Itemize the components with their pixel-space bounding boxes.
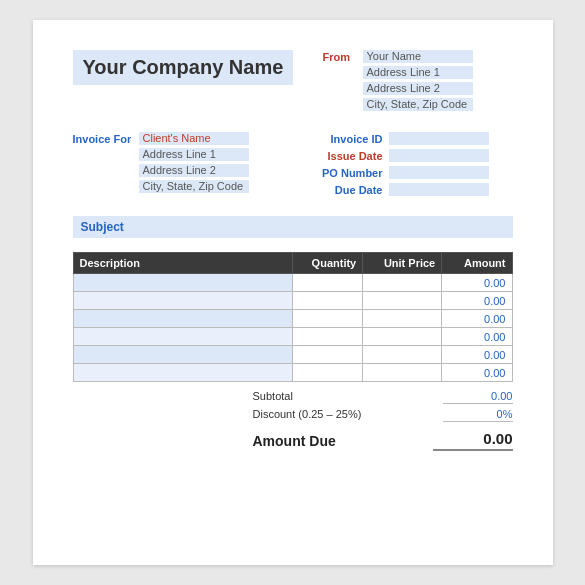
bill-to-section: Invoice For Client's Name Address Line 1… <box>73 132 273 200</box>
client-city-field[interactable]: City, State, Zip Code <box>139 180 249 193</box>
amount-due-label: Amount Due <box>253 433 336 449</box>
table-row[interactable]: 0.00 <box>73 364 512 382</box>
subject-label: Subject <box>81 220 124 234</box>
company-name[interactable]: Your Company Name <box>73 50 294 85</box>
cell-quantity[interactable] <box>293 364 363 382</box>
invoice-table: Description Quantity Unit Price Amount 0… <box>73 252 513 382</box>
cell-description[interactable] <box>73 292 293 310</box>
cell-amount: 0.00 <box>442 328 512 346</box>
cell-unit-price[interactable] <box>363 310 442 328</box>
amount-due-row: Amount Due 0.00 <box>253 430 513 451</box>
table-row[interactable]: 0.00 <box>73 346 512 364</box>
from-address1-field[interactable]: Address Line 1 <box>363 66 473 79</box>
subject-bar[interactable]: Subject <box>73 216 513 238</box>
cell-description[interactable] <box>73 328 293 346</box>
invoice-page: Your Company Name From Your Name Address… <box>33 20 553 565</box>
amount-due-value: 0.00 <box>433 430 513 451</box>
from-label: From <box>323 51 355 63</box>
invoice-id-field[interactable] <box>389 132 489 145</box>
invoice-for-label: Invoice For <box>73 133 133 145</box>
table-row[interactable]: 0.00 <box>73 328 512 346</box>
cell-description[interactable] <box>73 274 293 292</box>
client-address1-field[interactable]: Address Line 1 <box>139 148 249 161</box>
subject-section: Subject <box>73 216 513 238</box>
cell-unit-price[interactable] <box>363 346 442 364</box>
invoice-details-section: Invoice ID Issue Date PO Number Due Date <box>313 132 513 200</box>
from-city-field[interactable]: City, State, Zip Code <box>363 98 473 111</box>
subtotal-label: Subtotal <box>253 390 293 404</box>
po-number-label: PO Number <box>313 167 383 179</box>
cell-unit-price[interactable] <box>363 292 442 310</box>
col-amount: Amount <box>442 253 512 274</box>
table-row[interactable]: 0.00 <box>73 274 512 292</box>
cell-amount: 0.00 <box>442 292 512 310</box>
col-quantity: Quantity <box>293 253 363 274</box>
cell-description[interactable] <box>73 310 293 328</box>
cell-amount: 0.00 <box>442 346 512 364</box>
discount-row: Discount (0.25 – 25%) 0% <box>253 408 513 422</box>
cell-unit-price[interactable] <box>363 328 442 346</box>
client-address2-field[interactable]: Address Line 2 <box>139 164 249 177</box>
issue-date-field[interactable] <box>389 149 489 162</box>
from-address2-field[interactable]: Address Line 2 <box>363 82 473 95</box>
cell-amount: 0.00 <box>442 274 512 292</box>
due-date-label: Due Date <box>313 184 383 196</box>
summary-table: Subtotal 0.00 Discount (0.25 – 25%) 0% A… <box>253 390 513 451</box>
cell-amount: 0.00 <box>442 364 512 382</box>
po-number-field[interactable] <box>389 166 489 179</box>
table-row[interactable]: 0.00 <box>73 310 512 328</box>
subtotal-row: Subtotal 0.00 <box>253 390 513 404</box>
summary-section: Subtotal 0.00 Discount (0.25 – 25%) 0% A… <box>73 390 513 451</box>
cell-quantity[interactable] <box>293 328 363 346</box>
cell-unit-price[interactable] <box>363 274 442 292</box>
discount-value: 0% <box>443 408 513 422</box>
cell-quantity[interactable] <box>293 346 363 364</box>
cell-amount: 0.00 <box>442 310 512 328</box>
header-section: Your Company Name From Your Name Address… <box>73 50 513 114</box>
from-block: From Your Name Address Line 1 Address Li… <box>323 50 513 114</box>
subtotal-value: 0.00 <box>443 390 513 404</box>
issue-date-label: Issue Date <box>313 150 383 162</box>
cell-quantity[interactable] <box>293 274 363 292</box>
from-name-field[interactable]: Your Name <box>363 50 473 63</box>
cell-description[interactable] <box>73 346 293 364</box>
col-unit-price: Unit Price <box>363 253 442 274</box>
due-date-field[interactable] <box>389 183 489 196</box>
table-row[interactable]: 0.00 <box>73 292 512 310</box>
cell-quantity[interactable] <box>293 292 363 310</box>
col-description: Description <box>73 253 293 274</box>
cell-unit-price[interactable] <box>363 364 442 382</box>
cell-quantity[interactable] <box>293 310 363 328</box>
cell-description[interactable] <box>73 364 293 382</box>
client-name-field[interactable]: Client's Name <box>139 132 249 145</box>
invoice-id-label: Invoice ID <box>313 133 383 145</box>
info-section: Invoice For Client's Name Address Line 1… <box>73 132 513 200</box>
discount-label: Discount (0.25 – 25%) <box>253 408 362 422</box>
